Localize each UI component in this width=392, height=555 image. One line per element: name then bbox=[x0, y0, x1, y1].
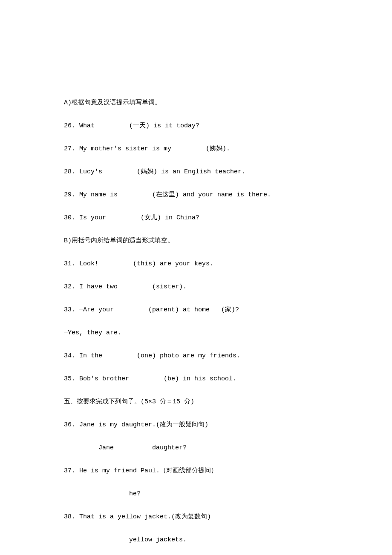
question-38-blank: ________________ yellow jackets. bbox=[64, 534, 328, 546]
question-36-blank: ________ Jane ________ daughter? bbox=[64, 442, 328, 454]
question-35: 35. Bob's brother ________(be) in his sc… bbox=[64, 373, 328, 385]
question-37-blank: ________________ he? bbox=[64, 488, 328, 500]
section-a-heading: A)根据句意及汉语提示填写单词。 bbox=[64, 97, 328, 109]
section-5-heading: 五、按要求完成下列句子。(5×3 分＝15 分) bbox=[64, 396, 328, 408]
section-b-heading: B)用括号内所给单词的适当形式填空。 bbox=[64, 235, 328, 247]
question-37-underlined: friend Paul bbox=[114, 467, 156, 474]
question-37-suffix: .（对画线部分提问） bbox=[156, 467, 217, 474]
question-34: 34. In the ________(one) photo are my fr… bbox=[64, 350, 328, 362]
question-38: 38. That is a yellow jacket.(改为复数句) bbox=[64, 511, 328, 523]
question-37-prefix: 37. He is my bbox=[64, 467, 114, 474]
question-31: 31. Look! ________(this) are your keys. bbox=[64, 258, 328, 270]
question-37: 37. He is my friend Paul.（对画线部分提问） bbox=[64, 465, 328, 477]
question-30: 30. Is your ________(女儿) in China? bbox=[64, 212, 328, 224]
question-33-answer: —Yes, they are. bbox=[64, 327, 328, 339]
question-27: 27. My mother's sister is my ________(姨妈… bbox=[64, 143, 328, 155]
question-28: 28. Lucy's ________(妈妈) is an English te… bbox=[64, 166, 328, 178]
question-33: 33. —Are your ________(parent) at home (… bbox=[64, 304, 328, 316]
question-26: 26. What ________(一天) is it today? bbox=[64, 120, 328, 132]
question-29: 29. My name is ________(在这里) and your na… bbox=[64, 189, 328, 201]
question-36: 36. Jane is my daughter.(改为一般疑问句) bbox=[64, 419, 328, 431]
question-32: 32. I have two ________(sister). bbox=[64, 281, 328, 293]
